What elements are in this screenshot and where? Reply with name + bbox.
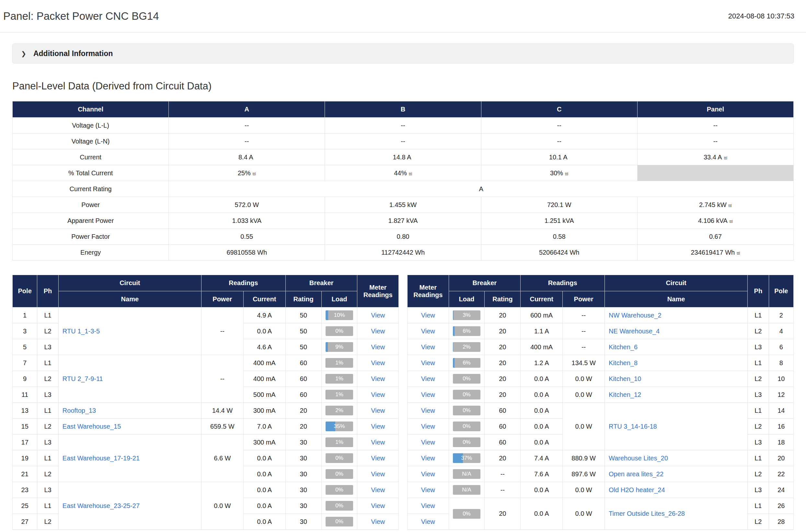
- additional-information-accordion[interactable]: ❯ Additional Information: [12, 43, 794, 63]
- view-link[interactable]: View: [421, 471, 435, 478]
- view-link[interactable]: View: [421, 343, 435, 350]
- view-link[interactable]: View: [421, 327, 435, 335]
- view-link[interactable]: View: [421, 375, 435, 382]
- col-header-name: Name: [58, 291, 201, 307]
- value-cell: 1.455 kW: [325, 197, 481, 213]
- power-cell: 6.6 W: [201, 435, 243, 482]
- top-bar: Panel: Packet Power CNC BG14 2024-08-08 …: [0, 0, 806, 32]
- circuit-link[interactable]: Kitchen_6: [609, 343, 637, 350]
- circuit-link[interactable]: Open area lites_22: [609, 471, 664, 478]
- view-link[interactable]: View: [421, 455, 435, 462]
- rating-cell: 20: [485, 387, 521, 403]
- pole-cell: 5: [13, 339, 37, 355]
- view-link[interactable]: View: [421, 502, 435, 509]
- view-link[interactable]: View: [371, 407, 385, 414]
- load-bar-label: 0%: [326, 501, 353, 511]
- timestamp: 2024-08-08 10:37:53: [728, 12, 794, 20]
- pole-cell: 17: [13, 435, 37, 450]
- view-link[interactable]: View: [371, 312, 385, 319]
- view-link[interactable]: View: [371, 455, 385, 462]
- meter-readings-cell: View: [357, 355, 399, 371]
- circuit-name-cell: RTU 1_1-3-5: [58, 307, 201, 355]
- circuit-link[interactable]: RTU 2_7-9-11: [62, 375, 103, 382]
- value-cell: 25%ttl: [169, 165, 325, 181]
- circuit-link[interactable]: Kitchen_12: [609, 391, 641, 398]
- rating-cell: 20: [485, 371, 521, 387]
- load-bar-label: N/A: [453, 469, 481, 479]
- view-link[interactable]: View: [421, 359, 435, 366]
- circuit-link[interactable]: RTU 3_14-16-18: [609, 423, 657, 430]
- view-link[interactable]: View: [371, 391, 385, 398]
- breaker-load-cell: 37%: [449, 450, 485, 466]
- rating-cell: 20: [285, 419, 321, 435]
- view-link[interactable]: View: [371, 518, 385, 525]
- view-link[interactable]: View: [421, 486, 435, 493]
- load-bar: 0%: [453, 390, 481, 399]
- filled-cell: [637, 165, 793, 181]
- view-link[interactable]: View: [371, 327, 385, 335]
- rating-cell: 30: [285, 514, 321, 530]
- circuit-link[interactable]: NW Warehouse_2: [609, 312, 661, 319]
- pole-cell: 19: [13, 450, 37, 466]
- current-cell: 0.0 A: [521, 387, 563, 403]
- circuit-link[interactable]: East Warehouse_23-25-27: [62, 502, 140, 509]
- view-link[interactable]: View: [371, 343, 385, 350]
- circuit-link[interactable]: Timer Outside Lites_26-28: [609, 510, 685, 517]
- view-link[interactable]: View: [421, 423, 435, 430]
- circuit-name-cell: Rooftop_13: [58, 403, 201, 419]
- table-row: Voltage (L-N) -- -- -- --: [13, 133, 794, 149]
- view-link[interactable]: View: [421, 312, 435, 319]
- ph-cell: L1: [748, 450, 769, 466]
- rating-cell: 50: [285, 307, 321, 323]
- ph-cell: L1: [37, 307, 59, 323]
- row-label: Apparent Power: [13, 213, 169, 229]
- view-link[interactable]: View: [371, 471, 385, 478]
- circuit-link[interactable]: RTU 1_1-3-5: [62, 327, 100, 335]
- ph-cell: L1: [748, 403, 769, 419]
- col-header-c: C: [481, 101, 637, 118]
- view-link[interactable]: View: [371, 359, 385, 366]
- view-link[interactable]: View: [421, 391, 435, 398]
- value-cell: 30%ttl: [481, 165, 637, 181]
- circuit-table-subheader-row: Load Rating Current Power Name: [407, 291, 794, 307]
- breaker-load-cell: 0%: [449, 387, 485, 403]
- current-cell: 500 mA: [243, 387, 285, 403]
- circuit-link[interactable]: NE Warehouse_4: [609, 327, 659, 335]
- circuit-link[interactable]: Old H2O heater_24: [609, 486, 665, 493]
- table-row: Current Rating A: [13, 181, 794, 197]
- view-link[interactable]: View: [371, 502, 385, 509]
- current-cell: 0.0 A: [243, 514, 285, 530]
- pole-cell: 6: [769, 339, 793, 355]
- view-link[interactable]: View: [371, 486, 385, 493]
- circuit-link[interactable]: Warehouse Lites_20: [609, 455, 668, 462]
- load-bar: 9%: [326, 342, 353, 352]
- view-link[interactable]: View: [421, 518, 435, 525]
- meter-readings-cell: View: [407, 514, 449, 530]
- load-bar: 1%: [326, 437, 353, 447]
- table-row: 13L1Rooftop_1314.4 W300 mA202%View: [13, 403, 399, 419]
- col-header-power: Power: [201, 291, 243, 307]
- view-link[interactable]: View: [421, 407, 435, 414]
- view-link[interactable]: View: [371, 439, 385, 446]
- breaker-load-cell: 0%: [449, 371, 485, 387]
- circuit-link[interactable]: East Warehouse_17-19-21: [62, 455, 140, 462]
- view-link[interactable]: View: [371, 423, 385, 430]
- circuit-link[interactable]: Rooftop_13: [62, 407, 96, 414]
- power-cell: 0.0 W: [563, 498, 605, 530]
- pole-cell: 12: [769, 387, 793, 403]
- panel-level-table: Channel A B C Panel Voltage (L-L) -- -- …: [12, 101, 794, 261]
- breaker-load-cell: 0%: [321, 466, 357, 482]
- current-cell: 1.1 A: [521, 323, 563, 339]
- ph-cell: L2: [748, 323, 769, 339]
- pole-cell: 2: [769, 307, 793, 323]
- view-link[interactable]: View: [371, 375, 385, 382]
- table-row: View6%201.2 A134.5 WKitchen_8L18: [407, 355, 794, 371]
- circuit-link[interactable]: Kitchen_10: [609, 375, 641, 382]
- col-header-b: B: [325, 101, 481, 118]
- view-link[interactable]: View: [421, 439, 435, 446]
- circuit-link[interactable]: Kitchen_8: [609, 359, 637, 366]
- load-bar-label: 6%: [453, 326, 481, 336]
- ph-cell: L3: [37, 482, 59, 498]
- load-bar-label: 0%: [453, 421, 481, 431]
- circuit-link[interactable]: East Warehouse_15: [62, 423, 121, 430]
